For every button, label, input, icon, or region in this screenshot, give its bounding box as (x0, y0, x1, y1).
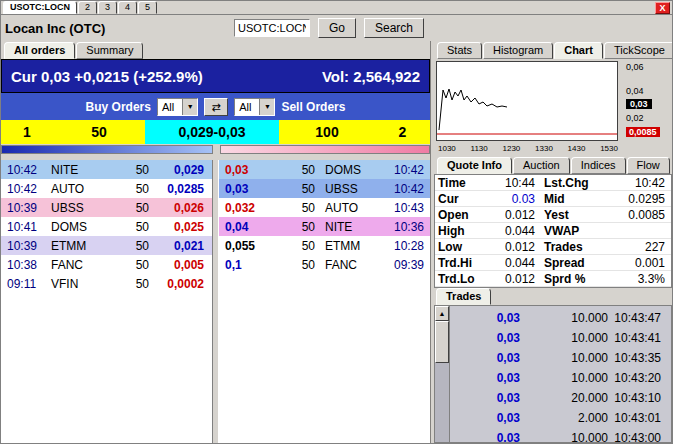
sell-filter-dropdown[interactable]: All ▼ (234, 98, 275, 116)
trade-price: 0,03 (450, 411, 520, 425)
order-size: 50 (105, 258, 155, 272)
chevron-down-icon[interactable]: ▼ (259, 99, 274, 115)
order-time: 10:43 (383, 201, 430, 215)
quote-label: Low (435, 240, 481, 254)
bid-size: 50 (53, 120, 145, 144)
window-tab-usotc-locn[interactable]: USOTC:LOCN (3, 1, 77, 14)
sell-order-row[interactable]: 0,03 50 UBSS 10:42 (219, 179, 430, 198)
window-tab-2[interactable]: 2 (78, 1, 97, 14)
trade-row[interactable]: 0,03 10.000 10:43:20 (450, 368, 671, 388)
buy-filter-dropdown[interactable]: All ▼ (157, 98, 198, 116)
buy-order-row[interactable]: 10:39 UBSS 50 0,026 (1, 198, 212, 217)
trades-list: 0,03 10.000 10:43:47 0,03 10.000 10:43:4… (450, 306, 671, 442)
x-tick: 1130 (471, 144, 488, 153)
swap-icon: ⇄ (212, 101, 221, 113)
trade-price: 0,03 (450, 371, 520, 385)
sell-order-row[interactable]: 0,04 50 NITE 10:36 (219, 217, 430, 236)
quote-value: 0.0085 (597, 208, 671, 222)
symbol-input[interactable] (234, 19, 310, 37)
tab-summary[interactable]: Summary (76, 42, 143, 59)
trading-app-window: USOTC:LOCN 2 3 4 5 X Locan Inc (OTC) Go … (0, 0, 673, 444)
order-time: 10:38 (1, 258, 47, 272)
window-tab-5[interactable]: 5 (138, 1, 157, 14)
sell-order-row[interactable]: 0,1 50 FANC 09:39 (219, 255, 430, 274)
window-tab-4[interactable]: 4 (118, 1, 137, 14)
sell-order-row[interactable]: 0,03 50 DOMS 10:42 (219, 160, 430, 179)
sell-order-row[interactable]: 0,032 50 AUTO 10:43 (219, 198, 430, 217)
scroll-up-icon: ▲ (439, 310, 446, 317)
trade-row[interactable]: 0,03 10.000 10:43:35 (450, 348, 671, 368)
tab-indices[interactable]: Indices (571, 157, 626, 174)
market-maker: DOMS (321, 163, 383, 177)
tab-histogram[interactable]: Histogram (483, 42, 553, 59)
quote-value: 0.044 (481, 256, 541, 270)
scroll-up-button[interactable]: ▲ (435, 306, 449, 321)
order-time: 10:39 (1, 201, 47, 215)
y-tick: 0,02 (626, 113, 644, 123)
tab-stats[interactable]: Stats (437, 42, 482, 59)
scrollbar-thumb[interactable] (435, 321, 449, 363)
intraday-chart: 1030 1130 1230 1330 1430 1530 0,06 0,04 … (434, 59, 672, 157)
buy-order-row[interactable]: 10:39 ETMM 50 0,021 (1, 236, 212, 255)
trade-row[interactable]: 0,03 10.000 10:43:47 (450, 308, 671, 328)
go-button[interactable]: Go (318, 18, 356, 38)
analysis-panel: Stats Histogram Chart TickScope 1030 113… (434, 41, 672, 443)
trade-row[interactable]: 0,03 10.000 10:43:41 (450, 328, 671, 348)
chevron-down-icon[interactable]: ▼ (182, 99, 197, 115)
tab-all-orders[interactable]: All orders (4, 42, 75, 59)
order-size: 50 (105, 201, 155, 215)
tab-quote-info[interactable]: Quote Info (437, 157, 512, 174)
tab-flow[interactable]: Flow (627, 157, 670, 174)
tab-tickscope[interactable]: TickScope (604, 42, 673, 59)
trade-price: 0,03 (450, 391, 520, 405)
trade-size: 10.000 (520, 311, 608, 325)
sell-filter-value: All (235, 99, 259, 115)
buy-order-row[interactable]: 10:42 AUTO 50 0,0285 (1, 179, 212, 198)
sell-orders-label: Sell Orders (281, 100, 345, 114)
analysis-panel-tabs: Stats Histogram Chart TickScope (434, 41, 672, 59)
trade-row[interactable]: 0,03 20.000 10:43:10 (450, 388, 671, 408)
quote-label: Yest (541, 208, 597, 222)
buy-order-row[interactable]: 10:38 FANC 50 0,005 (1, 255, 212, 274)
order-size: 50 (105, 182, 155, 196)
close-button[interactable]: X (655, 2, 670, 14)
buy-order-row[interactable]: 10:42 NITE 50 0,029 (1, 160, 212, 179)
buy-order-row[interactable]: 10:41 DOMS 50 0,025 (1, 217, 212, 236)
order-price: 0,025 (155, 220, 212, 234)
prev-close-marker: 0,0085 (626, 127, 660, 137)
order-time: 10:39 (1, 239, 47, 253)
tab-chart[interactable]: Chart (554, 42, 603, 59)
ask-count: 2 (375, 120, 430, 144)
order-time: 09:39 (383, 258, 430, 272)
quote-value: 0.0295 (597, 192, 671, 206)
x-tick: 1030 (438, 144, 456, 153)
quote-info-table: Time 10:44 Lst.Chg 10:42 Cur 0.03 Mid 0.… (434, 174, 672, 288)
sell-order-row[interactable]: 0,055 50 ETMM 10:28 (219, 236, 430, 255)
trade-row[interactable]: 0,03 2.000 10:43:01 (450, 408, 671, 428)
window-tab-3[interactable]: 3 (98, 1, 117, 14)
y-tick: 0,04 (626, 86, 644, 96)
search-button[interactable]: Search (364, 18, 424, 38)
order-price: 0,03 (219, 182, 277, 196)
x-tick: 1230 (503, 144, 521, 153)
scrollbar-track[interactable] (435, 363, 449, 442)
close-icon: X (659, 3, 665, 13)
market-maker: FANC (47, 258, 105, 272)
tab-auction[interactable]: Auction (513, 157, 570, 174)
tab-trades[interactable]: Trades (436, 288, 491, 305)
order-size: 50 (105, 239, 155, 253)
order-price: 0,0285 (155, 182, 212, 196)
order-size: 50 (105, 277, 155, 291)
order-price: 0,1 (219, 258, 277, 272)
trade-price: 0,03 (450, 431, 520, 443)
buy-order-row[interactable]: 09:11 VFIN 50 0,0002 (1, 274, 212, 293)
trade-row[interactable]: 0,03 10.000 10:43:00 (450, 428, 671, 443)
trade-time: 10:43:35 (608, 351, 671, 365)
link-filters-button[interactable]: ⇄ (204, 98, 228, 116)
market-maker: ETMM (47, 239, 105, 253)
order-size: 50 (105, 163, 155, 177)
best-bid-ask-row: 1 50 0,029-0,03 100 2 (1, 120, 430, 144)
quote-info-row: High 0.044 VWAP (435, 223, 671, 239)
trades-scrollbar[interactable]: ▲ (435, 306, 450, 442)
trades-list-container: ▲ 0,03 10.000 10:43:47 0,03 10.000 (434, 305, 672, 443)
